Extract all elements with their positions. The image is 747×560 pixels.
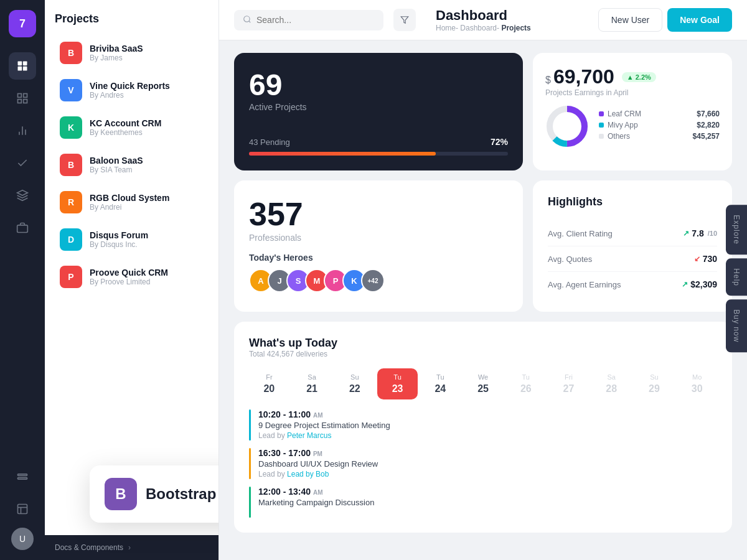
svg-rect-13 bbox=[18, 478, 27, 480]
search-box[interactable] bbox=[234, 10, 383, 30]
project-item[interactable]: B Briviba SaaS By James bbox=[55, 35, 209, 70]
legend-item: Mivy App $2,820 bbox=[599, 121, 720, 129]
trend-icon: ↙ bbox=[694, 254, 700, 263]
project-logo: B bbox=[60, 42, 82, 64]
highlight-value: ↙ 730 bbox=[694, 254, 717, 264]
project-item[interactable]: P Proove Quick CRM By Proove Limited bbox=[55, 259, 209, 294]
cal-day-name: Mo bbox=[679, 373, 715, 381]
earnings-badge: ▲ 2.2% bbox=[622, 72, 656, 82]
progress-bar bbox=[249, 152, 508, 156]
project-info: Proove Quick CRM By Proove Limited bbox=[90, 268, 204, 286]
donut-chart bbox=[545, 105, 589, 148]
cal-day-name: Su bbox=[337, 373, 372, 381]
search-icon bbox=[243, 15, 251, 26]
cal-day-num: 27 bbox=[551, 383, 586, 394]
cal-day[interactable]: Mo 30 bbox=[677, 368, 717, 399]
cal-day-num: 20 bbox=[251, 383, 287, 394]
sidebar-icon-briefcase[interactable] bbox=[9, 214, 36, 241]
legend-dot bbox=[599, 134, 604, 139]
project-info: Disqus Forum By Disqus Inc. bbox=[90, 230, 204, 249]
heroes-avatars: AJSMPK+42 bbox=[249, 269, 508, 292]
project-name: Disqus Forum bbox=[90, 230, 204, 240]
legend-name: Leaf CRM bbox=[608, 110, 697, 118]
event-lead-link[interactable]: Peter Marcus bbox=[287, 431, 331, 440]
earnings-legend: Leaf CRM $7,660 Mivy App $2,820 Others $… bbox=[599, 110, 720, 143]
sidebar-icon-dashboard[interactable] bbox=[9, 52, 36, 80]
event-name: 9 Degree Project Estimation Meeting bbox=[258, 421, 717, 430]
active-projects-footer: 43 Pending 72% bbox=[249, 137, 508, 147]
project-author: By Proove Limited bbox=[90, 278, 204, 286]
project-item[interactable]: R RGB Cloud System By Andrei bbox=[55, 185, 209, 220]
sidebar-icon-layout[interactable] bbox=[9, 495, 36, 523]
project-name: RGB Cloud System bbox=[90, 193, 204, 203]
projects-list: B Briviba SaaS By James V Vine Quick Rep… bbox=[55, 35, 209, 294]
cal-day[interactable]: Fri 27 bbox=[548, 368, 589, 399]
highlight-item: Avg. Quotes ↙ 730 bbox=[548, 246, 717, 272]
legend-dot bbox=[599, 123, 604, 128]
cal-day[interactable]: Sa 28 bbox=[591, 368, 632, 399]
project-info: RGB Cloud System By Andrei bbox=[90, 193, 204, 212]
cal-day-num: 24 bbox=[423, 383, 458, 394]
cal-day[interactable]: Sa 21 bbox=[292, 368, 332, 399]
avatar[interactable]: U bbox=[11, 528, 34, 550]
sidebar-icon-chart[interactable] bbox=[9, 117, 36, 144]
header-actions: New User New Goal bbox=[598, 8, 732, 32]
sidebar-icon-layers[interactable] bbox=[9, 182, 36, 209]
svg-rect-3 bbox=[23, 67, 27, 71]
events-list: 10:20 - 11:00 AM 9 Degree Project Estima… bbox=[249, 409, 717, 518]
project-item[interactable]: K KC Account CRM By Keenthemes bbox=[55, 110, 209, 145]
cal-day[interactable]: We 25 bbox=[463, 368, 504, 399]
highlight-item: Avg. Agent Earnings ↗ $2,309 bbox=[548, 272, 717, 297]
user-number[interactable]: 7 bbox=[9, 10, 36, 37]
cal-day[interactable]: Tu 23 bbox=[377, 368, 418, 399]
earnings-number: 69,700 bbox=[553, 65, 614, 88]
project-info: KC Account CRM By Keenthemes bbox=[90, 118, 204, 137]
cal-day[interactable]: Fr 20 bbox=[249, 368, 289, 399]
highlight-name: Avg. Quotes bbox=[548, 254, 592, 264]
cal-day[interactable]: Su 29 bbox=[634, 368, 675, 399]
project-item[interactable]: V Vine Quick Reports By Andres bbox=[55, 73, 209, 108]
new-goal-button[interactable]: New Goal bbox=[667, 8, 732, 32]
cal-day[interactable]: Tu 24 bbox=[420, 368, 461, 399]
cal-day-num: 29 bbox=[637, 383, 672, 394]
explore-tab[interactable]: Explore bbox=[726, 205, 747, 254]
highlight-value: ↗ $2,309 bbox=[682, 279, 717, 289]
docs-arrow: › bbox=[128, 543, 131, 552]
help-tab[interactable]: Help bbox=[726, 258, 747, 296]
buy-now-tab[interactable]: Buy now bbox=[726, 300, 747, 353]
whatsup-title: What's up Today bbox=[249, 337, 717, 350]
event-lead-link[interactable]: Lead by Bob bbox=[287, 470, 329, 478]
svg-rect-2 bbox=[18, 67, 22, 71]
sidebar-icon-grid[interactable] bbox=[9, 85, 36, 112]
narrow-sidebar: 7 U bbox=[0, 0, 45, 560]
trend-icon: ↗ bbox=[683, 229, 689, 238]
sidebar-icon-check[interactable] bbox=[9, 149, 36, 177]
sidebar-icon-settings[interactable] bbox=[9, 463, 36, 490]
filter-button[interactable] bbox=[393, 9, 416, 31]
search-input[interactable] bbox=[256, 15, 375, 25]
svg-rect-15 bbox=[18, 505, 27, 514]
highlight-name: Avg. Agent Earnings bbox=[548, 280, 621, 289]
cal-day-name: Su bbox=[637, 373, 672, 381]
cal-day[interactable]: Su 22 bbox=[334, 368, 375, 399]
legend-value: $45,257 bbox=[693, 132, 720, 141]
cal-day-num: 28 bbox=[594, 383, 629, 394]
svg-rect-12 bbox=[17, 225, 28, 233]
event-item: 12:00 - 13:40 AM Marketing Campaign Disc… bbox=[249, 487, 717, 518]
project-author: By Disqus Inc. bbox=[90, 240, 204, 249]
project-item[interactable]: D Disqus Forum By Disqus Inc. bbox=[55, 222, 209, 257]
cal-day-name: Tu bbox=[508, 373, 543, 381]
bootstrap-text: Bootstrap 5 bbox=[146, 485, 219, 503]
project-item[interactable]: B Baloon SaaS By SIA Team bbox=[55, 147, 209, 182]
trend-icon: ↗ bbox=[682, 280, 688, 289]
cal-day-num: 25 bbox=[466, 383, 501, 394]
project-author: By SIA Team bbox=[90, 166, 204, 174]
cal-day[interactable]: Tu 26 bbox=[505, 368, 546, 399]
dashboard-area: 69 Active Projects 43 Pending 72% $ 69,7… bbox=[219, 40, 747, 560]
new-user-button[interactable]: New User bbox=[598, 8, 662, 32]
project-info: Briviba SaaS By James bbox=[90, 44, 204, 62]
project-name: Proove Quick CRM bbox=[90, 268, 204, 278]
projects-panel: Projects B Briviba SaaS By James V Vine … bbox=[45, 0, 219, 560]
event-lead: Lead by Lead by Bob bbox=[258, 470, 717, 478]
legend-name: Mivy App bbox=[608, 121, 697, 129]
